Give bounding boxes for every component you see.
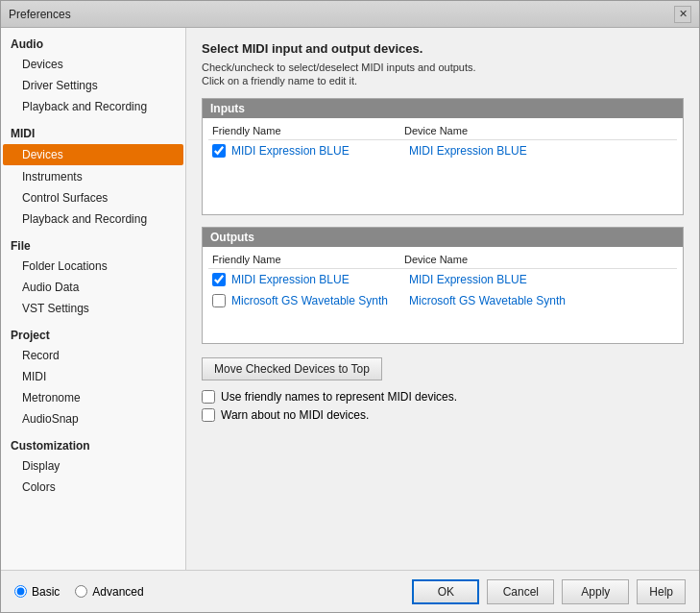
outputs-inner: Friendly Name Device Name MIDI Expressio… (203, 247, 683, 343)
inputs-header: Inputs (203, 99, 683, 118)
inputs-col-friendly: Friendly Name (212, 125, 404, 136)
sidebar-item-midi-project[interactable]: MIDI (1, 366, 185, 387)
output-device-checkbox-1[interactable] (212, 273, 226, 286)
sidebar-item-colors[interactable]: Colors (1, 477, 185, 498)
sidebar-item-metronome[interactable]: Metronome (1, 387, 185, 408)
panel-title: Select MIDI input and output devices. (202, 41, 684, 56)
sidebar-item-audio-devices[interactable]: Devices (1, 54, 185, 75)
sidebar-item-midi-playback[interactable]: Playback and Recording (1, 208, 185, 230)
inputs-box: Inputs Friendly Name Device Name MIDI Ex… (202, 98, 684, 215)
move-checked-button[interactable]: Move Checked Devices to Top (202, 357, 382, 380)
sidebar-item-driver-settings[interactable]: Driver Settings (1, 75, 185, 96)
basic-radio[interactable] (14, 585, 27, 598)
outputs-header: Outputs (203, 228, 683, 247)
title-bar: Preferences ✕ (1, 1, 699, 28)
sidebar-category-midi: MIDI (1, 121, 185, 143)
panel-midi-devices: Select MIDI input and output devices. Ch… (186, 28, 699, 570)
panel-subtitle1: Check/uncheck to select/deselect MIDI in… (202, 61, 684, 73)
input-device-name-1: MIDI Expression BLUE (409, 144, 673, 158)
mode-selector: Basic Advanced (14, 585, 144, 599)
sidebar-item-audio-playback[interactable]: Playback and Recording (1, 96, 185, 117)
friendly-names-label: Use friendly names to represent MIDI dev… (221, 390, 457, 404)
sidebar-category-customization: Customization (1, 433, 185, 455)
warn-no-midi-label: Warn about no MIDI devices. (221, 408, 369, 422)
panel-subtitle2: Click on a friendly name to edit it. (202, 75, 684, 86)
sidebar-category-project: Project (1, 323, 185, 345)
sidebar-item-control-surfaces[interactable]: Control Surfaces (1, 187, 185, 208)
advanced-radio[interactable] (75, 585, 87, 598)
sidebar-item-audiosnap[interactable]: AudioSnap (1, 408, 185, 429)
help-button[interactable]: Help (637, 579, 686, 604)
input-device-checkbox-1[interactable] (212, 144, 226, 158)
apply-button[interactable]: Apply (562, 579, 629, 604)
sidebar-item-audio-data[interactable]: Audio Data (1, 277, 185, 298)
sidebar-category-file: File (1, 233, 185, 256)
inputs-col-headers: Friendly Name Device Name (208, 122, 677, 140)
outputs-col-device: Device Name (404, 254, 673, 265)
action-buttons: OK Cancel Apply Help (412, 579, 686, 604)
main-content: Audio Devices Driver Settings Playback a… (1, 28, 699, 570)
basic-label: Basic (32, 585, 60, 599)
friendly-names-checkbox[interactable] (202, 390, 215, 404)
ok-button[interactable]: OK (412, 579, 479, 604)
outputs-col-headers: Friendly Name Device Name (208, 251, 677, 269)
sidebar: Audio Devices Driver Settings Playback a… (1, 28, 186, 570)
warn-no-midi-checkbox[interactable] (202, 408, 215, 422)
window-title: Preferences (9, 8, 71, 21)
preferences-window: Preferences ✕ Audio Devices Driver Setti… (0, 0, 700, 613)
advanced-radio-label[interactable]: Advanced (75, 585, 143, 599)
sidebar-item-display[interactable]: Display (1, 455, 185, 477)
output-device-name-2: Microsoft GS Wavetable Synth (409, 294, 673, 307)
output-device-friendly-1[interactable]: MIDI Expression BLUE (231, 273, 409, 286)
input-device-friendly-1[interactable]: MIDI Expression BLUE (231, 144, 409, 158)
output-device-friendly-2[interactable]: Microsoft GS Wavetable Synth (231, 294, 409, 307)
sidebar-item-record[interactable]: Record (1, 345, 185, 366)
output-device-checkbox-2[interactable] (212, 294, 226, 307)
close-button[interactable]: ✕ (674, 6, 691, 23)
basic-radio-label[interactable]: Basic (14, 585, 60, 599)
bottom-bar: Basic Advanced OK Cancel Apply Help (1, 570, 699, 612)
output-device-name-1: MIDI Expression BLUE (409, 273, 673, 286)
table-row: MIDI Expression BLUE MIDI Expression BLU… (208, 269, 677, 290)
warn-no-midi-row: Warn about no MIDI devices. (202, 408, 684, 422)
sidebar-item-midi-devices[interactable]: Devices (3, 144, 183, 165)
sidebar-category-audio: Audio (1, 32, 185, 54)
inputs-inner: Friendly Name Device Name MIDI Expressio… (203, 118, 683, 214)
cancel-button[interactable]: Cancel (487, 579, 554, 604)
advanced-label: Advanced (92, 585, 143, 599)
sidebar-item-folder-locations[interactable]: Folder Locations (1, 256, 185, 277)
outputs-col-friendly: Friendly Name (212, 254, 404, 265)
friendly-names-row: Use friendly names to represent MIDI dev… (202, 390, 684, 404)
inputs-col-device: Device Name (404, 125, 673, 136)
table-row: Microsoft GS Wavetable Synth Microsoft G… (208, 290, 677, 311)
sidebar-item-instruments[interactable]: Instruments (1, 166, 185, 187)
sidebar-item-vst-settings[interactable]: VST Settings (1, 298, 185, 319)
outputs-box: Outputs Friendly Name Device Name MIDI E… (202, 227, 684, 344)
table-row: MIDI Expression BLUE MIDI Expression BLU… (208, 140, 677, 161)
